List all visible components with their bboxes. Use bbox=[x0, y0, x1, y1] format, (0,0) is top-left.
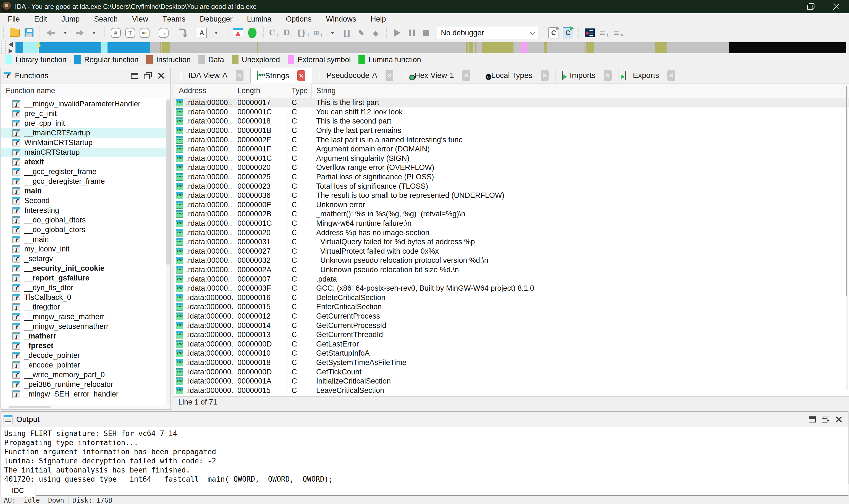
compile-c-button[interactable]: C bbox=[547, 26, 560, 39]
jump-by-name-button[interactable]: # bbox=[109, 26, 122, 39]
v-scrollbar-thumb[interactable] bbox=[846, 86, 847, 296]
string-row[interactable]: .rdata:00000...0000003FCGCC: (x86_64-pos… bbox=[175, 284, 849, 293]
function-row[interactable]: __mingw_setusermatherr bbox=[1, 322, 170, 331]
column-header-length[interactable]: Length bbox=[233, 84, 287, 98]
function-row[interactable]: my_lconv_init bbox=[1, 244, 170, 254]
tab-close-strings[interactable] bbox=[297, 70, 305, 81]
function-row[interactable]: __security_init_cookie bbox=[1, 264, 170, 273]
ida-view-marker-button[interactable] bbox=[232, 26, 244, 39]
function-row[interactable]: pre_c_init bbox=[1, 109, 170, 119]
jump-stack-button[interactable] bbox=[176, 26, 189, 39]
debug-start-button[interactable] bbox=[391, 26, 404, 39]
function-row[interactable]: __do_global_ctors bbox=[1, 225, 170, 235]
minimize-button[interactable] bbox=[773, 0, 798, 13]
menu-view[interactable]: View bbox=[125, 13, 156, 25]
add-d-type-button[interactable]: D+ bbox=[282, 26, 295, 39]
string-row[interactable]: .idata:000000...00000013CGetCurrentThrea… bbox=[175, 330, 849, 340]
string-row[interactable]: .rdata:00000...0000002FCThe last part is… bbox=[175, 135, 849, 145]
string-row[interactable]: .idata:000000...0000000DCGetTickCount bbox=[175, 367, 849, 377]
add-c-type-button[interactable]: C+ bbox=[268, 26, 281, 39]
tab-strings[interactable]: Strings bbox=[250, 68, 312, 84]
string-row[interactable]: .rdata:00000...00000020CAddress %p has n… bbox=[175, 228, 849, 237]
function-row[interactable]: WinMainCRTStartup bbox=[1, 138, 170, 147]
function-row[interactable]: __do_global_dtors bbox=[1, 215, 170, 225]
function-row[interactable]: __main bbox=[1, 235, 170, 244]
tab-close-pseudocode-a[interactable] bbox=[385, 70, 393, 81]
navband-left-arrows[interactable] bbox=[8, 42, 13, 54]
string-row[interactable]: .idata:000000...00000014CGetCurrentProce… bbox=[175, 321, 849, 330]
string-row[interactable]: .idata:000000...00000018CGetSystemTimeAs… bbox=[175, 358, 849, 367]
string-row[interactable]: .rdata:00000...00000020COverflow range e… bbox=[175, 163, 849, 173]
tab-close-local-types[interactable] bbox=[541, 70, 548, 81]
open-file-button[interactable] bbox=[8, 26, 21, 39]
h-scrollbar-thumb[interactable] bbox=[8, 406, 51, 408]
set-font-a-button[interactable]: A bbox=[195, 26, 208, 39]
edit-pencil-button[interactable]: ✎ bbox=[355, 26, 367, 39]
tab-close-ida-view-a[interactable] bbox=[236, 70, 243, 81]
menu-windows[interactable]: Windows bbox=[319, 13, 363, 25]
function-row[interactable]: __tlregdtor bbox=[1, 302, 170, 312]
functions-panel-caption[interactable]: Functions bbox=[1, 68, 170, 84]
tab-imports[interactable]: Imports bbox=[556, 68, 618, 83]
close-button[interactable] bbox=[824, 0, 849, 13]
jump-by-text-button[interactable]: T bbox=[124, 26, 137, 39]
desktop-list-button[interactable] bbox=[583, 26, 596, 39]
string-row[interactable]: .rdata:00000...00000027C VirtualProtect … bbox=[175, 247, 849, 256]
navband-drag-handle[interactable] bbox=[1, 41, 6, 54]
add-struct-button[interactable]: {}+ bbox=[296, 26, 310, 39]
string-row[interactable]: .rdata:00000...0000001CCMingw-w64 runtim… bbox=[175, 219, 849, 228]
back-dropdown-button[interactable] bbox=[59, 26, 72, 39]
functions-float-button[interactable] bbox=[141, 70, 155, 82]
strings-vertical-scrollbar[interactable] bbox=[846, 86, 848, 390]
string-row[interactable]: .rdata:00000...00000017CThis is the firs… bbox=[175, 98, 849, 107]
function-row[interactable]: _matherr bbox=[1, 331, 170, 341]
string-row[interactable]: .rdata:00000...0000002AC Unknown pseudo … bbox=[175, 265, 849, 275]
function-row[interactable]: __dyn_tls_dtor bbox=[1, 283, 170, 293]
function-row[interactable]: TlsCallback_0 bbox=[1, 293, 170, 302]
brackets-box-button[interactable]: [] bbox=[341, 26, 353, 39]
output-log[interactable]: Using FLIRT signature: SEH for vc64 7-14… bbox=[1, 427, 848, 484]
desktop-add-button[interactable]: ≡+ bbox=[598, 26, 611, 39]
string-row[interactable]: .rdata:00000...0000001FCArgument domain … bbox=[175, 145, 849, 154]
function-row[interactable]: Interesting bbox=[1, 205, 170, 215]
string-row[interactable]: .idata:000000...0000001ACInitializeCriti… bbox=[175, 377, 849, 386]
desktop-remove-button[interactable]: ≡× bbox=[612, 26, 625, 39]
function-row[interactable]: __gcc_deregister_frame bbox=[1, 177, 170, 186]
lumina-pull-button[interactable] bbox=[246, 26, 259, 39]
nav-forward-button[interactable] bbox=[73, 26, 86, 39]
jump-by-binary-button[interactable]: 010 bbox=[138, 26, 151, 39]
function-row[interactable]: atexit bbox=[1, 157, 170, 167]
debugger-combo[interactable]: No debugger bbox=[437, 27, 538, 39]
tab-close-exports[interactable] bbox=[667, 70, 675, 81]
restore-button[interactable] bbox=[798, 0, 824, 13]
forward-dropdown-button[interactable] bbox=[88, 26, 100, 39]
string-row[interactable]: .rdata:00000...00000032C Unknown pseudo … bbox=[175, 256, 849, 265]
function-row[interactable]: _encode_pointer bbox=[1, 360, 170, 370]
function-row[interactable]: __write_memory_part_0 bbox=[1, 370, 170, 380]
tab-ida-view-a[interactable]: IDA View-A bbox=[174, 68, 250, 83]
function-row[interactable]: __report_gsfailure bbox=[1, 273, 170, 283]
string-row[interactable]: .rdata:00000...0000001BCOnly the last pa… bbox=[175, 126, 849, 136]
functions-close-button[interactable] bbox=[155, 70, 168, 82]
tab-local-types[interactable]: Local Types bbox=[477, 68, 556, 83]
save-file-button[interactable] bbox=[23, 26, 35, 39]
menu-teams[interactable]: Teams bbox=[155, 13, 193, 25]
menu-debugger[interactable]: Debugger bbox=[193, 13, 240, 25]
string-row[interactable]: .idata:000000...00000016CDeleteCriticalS… bbox=[175, 293, 849, 302]
function-row[interactable]: __mingw_invalidParameterHandler bbox=[1, 99, 170, 109]
menu-edit[interactable]: Edit bbox=[27, 13, 54, 25]
jump-to-address-button[interactable]: → bbox=[157, 26, 170, 39]
tab-pseudocode-a[interactable]: Pseudocode-A bbox=[312, 68, 400, 83]
column-header-type[interactable]: Type bbox=[287, 84, 312, 98]
string-row[interactable]: .idata:000000...00000010CGetStartupInfoA bbox=[175, 349, 849, 358]
string-row[interactable]: .rdata:00000...00000025CPartial loss of … bbox=[175, 173, 849, 182]
tab-close-hex-view-1[interactable] bbox=[462, 70, 470, 81]
function-row[interactable]: _setargv bbox=[1, 254, 170, 264]
string-row[interactable]: .rdata:00000...00000031C VirtualQuery fa… bbox=[175, 237, 849, 247]
tab-close-imports[interactable] bbox=[604, 70, 612, 81]
navigation-band[interactable] bbox=[16, 42, 839, 53]
add-window-grid-button[interactable]: ⊞+ bbox=[312, 26, 324, 39]
menu-file[interactable]: File bbox=[1, 13, 27, 25]
functions-vertical-scrollbar[interactable] bbox=[166, 98, 170, 405]
string-row[interactable]: .rdata:00000...0000001CCArgument singula… bbox=[175, 154, 849, 163]
